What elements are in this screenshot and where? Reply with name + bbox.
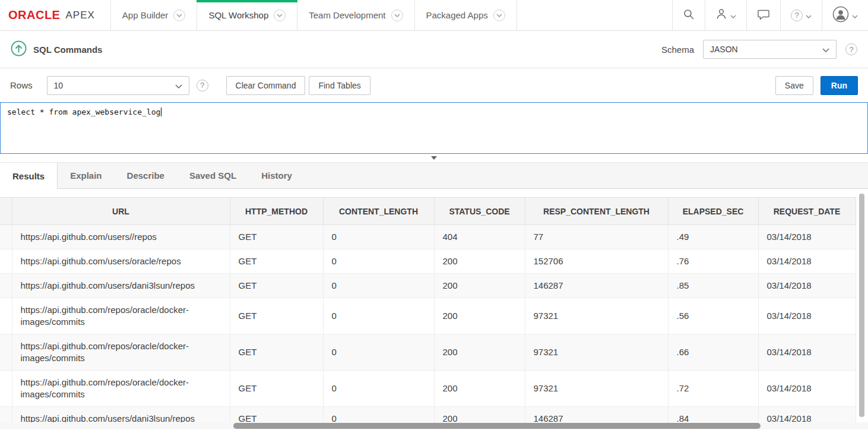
table-cell: GET [230,407,323,423]
tab-explain[interactable]: Explain [58,163,114,188]
nav-item-app-builder[interactable]: App Builder [111,0,198,30]
table-cell: 200 [434,407,525,423]
nav-item-packaged-apps[interactable]: Packaged Apps [415,0,517,30]
help-menu-button[interactable] [780,0,822,30]
table-cell: .72 [668,371,758,407]
table-row: https://api.github.com/users/dani3lsun/r… [0,407,856,423]
vertical-scrollbar[interactable] [859,194,864,417]
schema-label: Schema [661,45,694,55]
clear-command-button[interactable]: Clear Command [226,76,306,95]
table-cell: 200 [434,334,525,371]
table-cell: https://api.github.com/repos/oracle/dock… [12,371,230,407]
table-cell-clipped [0,225,12,249]
schema-select[interactable]: JASON [703,40,837,59]
nav-up-icon[interactable] [11,40,27,59]
table-cell: 146287 [525,274,668,298]
user-menu-button[interactable] [822,0,868,30]
save-button[interactable]: Save [775,76,813,95]
results-header-row: URLHTTP_METHODCONTENT_LENGTHSTATUS_CODER… [0,198,856,225]
table-row: https://api.github.com/users//reposGET04… [0,225,856,249]
table-cell: 03/14/2018 [758,371,856,407]
table-cell: .49 [668,225,758,249]
table-cell: GET [230,249,323,274]
column-header: ELAPSED_SEC [668,198,758,225]
page-header: SQL Commands Schema JASON [0,31,868,68]
horizontal-scrollbar[interactable] [0,422,868,429]
table-cell: GET [230,225,323,249]
tab-label: Results [12,171,45,181]
collapse-arrow-icon [431,156,437,160]
table-cell: 03/14/2018 [758,225,856,249]
table-cell: .85 [668,274,758,298]
oracle-logo-text: ORACLE [8,8,60,22]
editor-collapse-handle[interactable] [0,154,868,162]
table-cell: 97321 [525,298,668,334]
tab-describe[interactable]: Describe [115,163,177,188]
table-cell-clipped [0,407,12,423]
chevron-down-icon [730,10,736,21]
table-cell: 77 [525,225,668,249]
person-icon [715,8,727,22]
comment-bubble-icon [757,8,770,23]
table-row: https://api.github.com/users/dani3lsun/r… [0,274,856,298]
table-cell: https://api.github.com/repos/oracle/dock… [12,298,230,334]
feedback-button[interactable] [746,0,780,30]
tab-history[interactable]: History [249,163,305,188]
table-cell-clipped [0,298,12,334]
top-nav: ORACLE APEX App Builder SQL Workshop Tea… [0,0,868,31]
search-button[interactable] [672,0,705,30]
table-cell-clipped [0,334,12,371]
nav-item-sql-workshop[interactable]: SQL Workshop [197,0,297,30]
table-cell: https://api.github.com/users/dani3lsun/r… [12,274,230,298]
table-cell: .76 [668,249,758,274]
table-cell: 0 [323,225,434,249]
run-button[interactable]: Run [821,76,858,95]
table-cell: .66 [668,334,758,371]
chevron-down-icon [806,10,812,21]
table-cell: 03/14/2018 [758,249,856,274]
results-region: URLHTTP_METHODCONTENT_LENGTHSTATUS_CODER… [0,189,868,422]
sql-editor[interactable]: select * from apex_webservice_log [0,102,868,154]
table-cell: 200 [434,298,525,334]
table-cell: .84 [668,407,758,423]
rows-help-icon[interactable] [197,80,208,91]
tab-saved-sql[interactable]: Saved SQL [177,163,249,188]
chevron-down-icon [391,10,403,21]
table-row: https://api.github.com/repos/oracle/dock… [0,371,856,407]
rows-select-value: 10 [54,81,64,90]
table-row: https://api.github.com/repos/oracle/dock… [0,298,856,334]
table-cell: 0 [323,407,434,423]
table-cell: 146287 [525,407,668,423]
nav-item-label: Packaged Apps [426,10,488,20]
table-cell: 0 [323,371,434,407]
chevron-down-icon [822,45,829,54]
column-header: STATUS_CODE [434,198,525,225]
table-cell: 97321 [525,371,668,407]
tab-results[interactable]: Results [0,163,58,189]
nav-item-team-development[interactable]: Team Development [297,0,414,30]
rows-label: Rows [10,80,33,90]
horizontal-scrollbar-thumb[interactable] [233,423,761,429]
chevron-down-icon [493,10,505,21]
table-cell: https://api.github.com/repos/oracle/dock… [12,334,230,371]
table-row: https://api.github.com/users/oracle/repo… [0,249,856,274]
schema-help-icon[interactable] [845,43,857,55]
column-header: RESP_CONTENT_LENGTH [525,198,668,225]
avatar-icon [832,6,849,25]
rows-select[interactable]: 10 [47,76,189,95]
nav-icon-group [672,0,868,30]
table-cell: GET [230,274,323,298]
tab-label: History [261,170,292,181]
results-table-body: https://api.github.com/users//reposGET04… [0,225,856,423]
nav-item-label: App Builder [122,10,169,20]
account-menu-button[interactable] [705,0,746,30]
app-window: ORACLE APEX App Builder SQL Workshop Tea… [0,0,868,433]
column-header: HTTP_METHOD [230,198,323,225]
apex-logo-text: APEX [65,10,94,21]
table-cell: 200 [434,249,525,274]
table-cell: GET [230,371,323,407]
table-cell: 0 [323,298,434,334]
vertical-scrollbar-thumb[interactable] [859,194,864,417]
find-tables-button[interactable]: Find Tables [309,76,370,95]
column-header-clipped [0,198,12,225]
